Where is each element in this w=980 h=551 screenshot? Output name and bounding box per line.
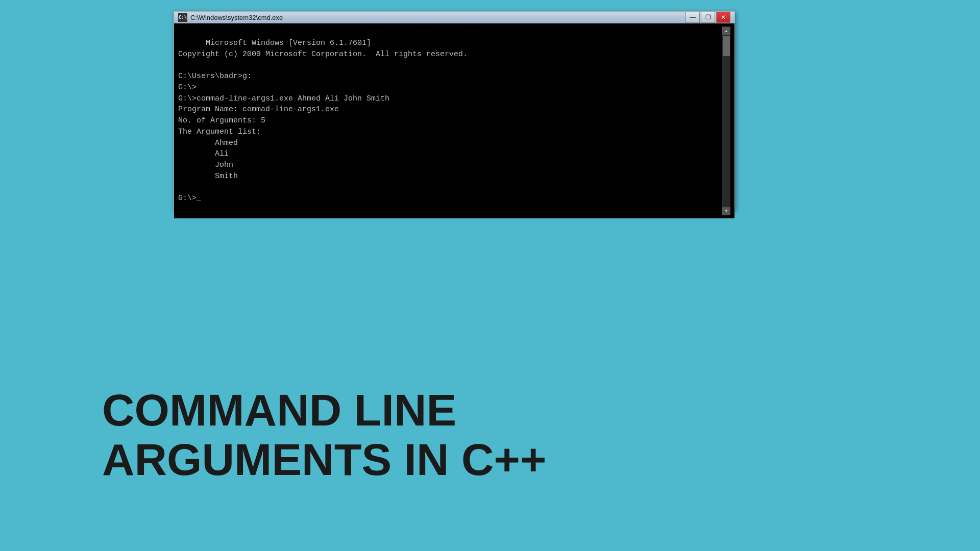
cmd-icon: C:\ <box>178 13 187 22</box>
terminal-line13: Smith <box>178 172 238 181</box>
cmd-titlebar: C:\ C:\Windows\system32\cmd.exe — ❐ ✕ <box>174 12 734 23</box>
terminal-line8: No. of Arguments: 5 <box>178 116 265 125</box>
slide-title-line1: COMMAND LINE <box>102 386 546 435</box>
terminal-line9: The Argument list: <box>178 128 261 136</box>
maximize-button[interactable]: ❐ <box>701 12 715 23</box>
terminal-line7: Program Name: commad-line-args1.exe <box>178 105 339 114</box>
titlebar-buttons: — ❐ ✕ <box>685 12 730 23</box>
cmd-body: Microsoft Windows [Version 6.1.7601] Cop… <box>174 23 734 218</box>
terminal-line15: G:\>_ <box>178 194 201 203</box>
slide-title-line2: ARGUMENTS IN C++ <box>102 435 546 485</box>
close-button[interactable]: ✕ <box>716 12 730 23</box>
scrollbar-thumb[interactable] <box>723 36 730 56</box>
terminal-line10: Ahmed <box>178 139 238 147</box>
scroll-up-arrow[interactable]: ▲ <box>722 27 730 35</box>
terminal-line2: Copyright (c) 2009 Microsoft Corporation… <box>178 50 468 59</box>
scrollbar-track[interactable] <box>722 35 730 207</box>
terminal-line6: G:\>commad-line-args1.exe Ahmed Ali John… <box>178 94 389 103</box>
terminal-line4: C:\Users\badr>g: <box>178 72 252 81</box>
terminal-line5: G:\> <box>178 83 197 92</box>
cmd-window: C:\ C:\Windows\system32\cmd.exe — ❐ ✕ Mi… <box>174 11 735 210</box>
slide-title: COMMAND LINE ARGUMENTS IN C++ <box>102 386 546 485</box>
terminal-line12: John <box>178 161 233 169</box>
scroll-down-arrow[interactable]: ▼ <box>722 207 730 215</box>
terminal-line11: Ali <box>178 149 229 158</box>
minimize-button[interactable]: — <box>685 12 700 23</box>
cmd-title: C:\Windows\system32\cmd.exe <box>190 14 685 21</box>
terminal-line1: Microsoft Windows [Version 6.1.7601] <box>206 39 371 47</box>
scrollbar[interactable]: ▲ ▼ <box>722 27 730 215</box>
terminal-output[interactable]: Microsoft Windows [Version 6.1.7601] Cop… <box>178 27 722 215</box>
